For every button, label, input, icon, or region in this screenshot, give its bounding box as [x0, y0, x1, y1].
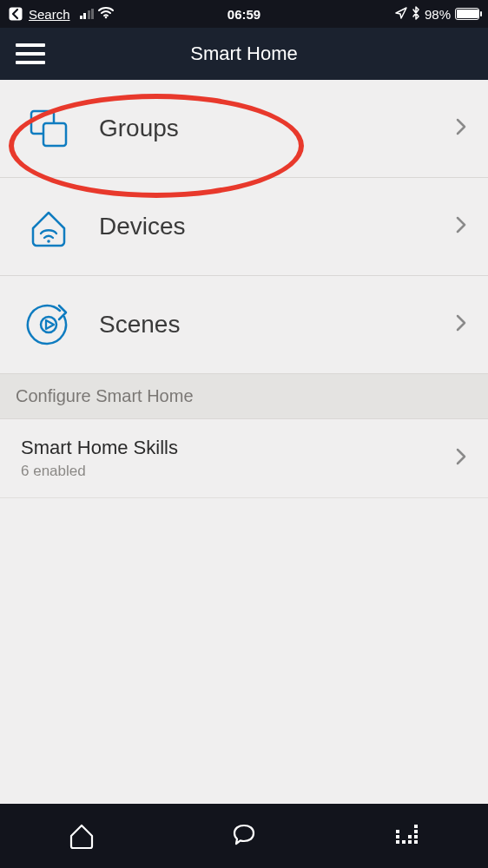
- svg-rect-7: [396, 835, 399, 838]
- bottom-tab-bar: [0, 804, 488, 868]
- menu-item-label: Groups: [99, 115, 455, 142]
- svg-rect-14: [414, 835, 418, 838]
- chevron-right-icon: [455, 313, 467, 336]
- scenes-icon: [21, 300, 76, 349]
- menu-list: Groups Devices: [0, 80, 488, 373]
- main-content: Groups Devices: [0, 80, 488, 498]
- location-icon: [395, 7, 407, 22]
- ios-status-bar: Search 06:59 98%: [0, 0, 488, 28]
- skills-subtitle: 6 enabled: [21, 463, 455, 480]
- tab-home[interactable]: [64, 819, 99, 853]
- home-icon: [67, 821, 96, 851]
- svg-rect-12: [414, 825, 418, 828]
- svg-rect-6: [396, 830, 399, 833]
- svg-point-1: [105, 16, 108, 18]
- status-left: Search: [9, 7, 114, 22]
- page-title: Smart Home: [190, 43, 297, 65]
- menu-item-groups[interactable]: Groups: [0, 80, 488, 178]
- back-chevron-icon[interactable]: [9, 7, 23, 21]
- svg-rect-10: [408, 835, 412, 838]
- svg-rect-9: [402, 840, 406, 844]
- svg-rect-15: [414, 840, 418, 844]
- menu-item-skills[interactable]: Smart Home Skills 6 enabled: [0, 419, 488, 498]
- svg-point-4: [47, 240, 50, 243]
- tab-music[interactable]: [389, 819, 424, 853]
- svg-rect-13: [414, 830, 418, 833]
- svg-rect-8: [396, 840, 399, 844]
- menu-item-scenes[interactable]: Scenes: [0, 276, 488, 373]
- back-to-search-link[interactable]: Search: [29, 7, 70, 22]
- menu-item-label: Devices: [99, 213, 455, 240]
- battery-percent: 98%: [425, 7, 451, 22]
- equalizer-icon: [392, 821, 421, 851]
- menu-item-label: Scenes: [99, 311, 455, 339]
- hamburger-menu-icon[interactable]: [16, 43, 45, 64]
- bluetooth-icon: [412, 6, 420, 23]
- tab-chat[interactable]: [227, 819, 261, 853]
- chat-bubble-icon: [229, 821, 259, 851]
- devices-icon: [21, 202, 76, 251]
- chevron-right-icon: [455, 117, 467, 140]
- groups-icon: [21, 104, 76, 153]
- svg-rect-0: [10, 8, 23, 21]
- app-header: Smart Home: [0, 28, 488, 80]
- svg-rect-3: [43, 123, 66, 146]
- svg-rect-11: [408, 840, 412, 844]
- skills-title: Smart Home Skills: [21, 437, 455, 459]
- status-time: 06:59: [228, 7, 260, 22]
- battery-icon: [455, 8, 479, 20]
- wifi-icon: [98, 7, 114, 22]
- chevron-right-icon: [455, 215, 467, 238]
- chevron-right-icon: [455, 447, 467, 470]
- menu-item-devices[interactable]: Devices: [0, 178, 488, 276]
- cell-signal-icon: [80, 9, 95, 19]
- status-right: 98%: [395, 6, 479, 23]
- section-header-configure: Configure Smart Home: [0, 373, 488, 419]
